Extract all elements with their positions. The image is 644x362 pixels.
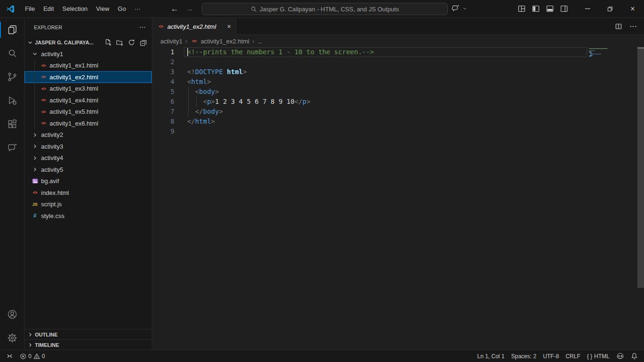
notifications-bell-icon[interactable] — [627, 350, 641, 362]
eol-sequence[interactable]: CRLF — [562, 350, 584, 362]
chevron-right-icon: › — [185, 37, 188, 45]
close-button[interactable]: × — [621, 0, 644, 17]
menu-file[interactable]: File — [21, 3, 39, 14]
cursor-position[interactable]: Ln 1, Col 1 — [474, 350, 508, 362]
refresh-icon[interactable] — [128, 39, 135, 46]
line-number: 9 — [152, 126, 174, 136]
file-activity1_ex1.html[interactable]: <>activity1_ex1.html — [25, 60, 152, 72]
menu-[interactable]: ··· — [130, 3, 145, 14]
toggle-secondary-sidebar-icon[interactable] — [560, 5, 568, 13]
copilot-status-icon[interactable] — [613, 350, 627, 362]
file-activity1_ex6.html[interactable]: <>activity1_ex6.html — [25, 118, 152, 129]
folder-activity2[interactable]: activity2 — [25, 129, 152, 141]
forward-arrow-icon[interactable]: → — [185, 4, 193, 14]
back-arrow-icon[interactable]: ← — [171, 4, 179, 14]
html-file-icon: <> — [190, 37, 198, 45]
tab-label: activity1_ex2.html — [167, 23, 216, 30]
collapse-folders-icon[interactable] — [140, 39, 147, 46]
workspace-row[interactable]: JASPER G. CALIPAYA... — [25, 37, 152, 48]
css-file-icon: # — [31, 212, 39, 219]
file-activity1_ex4.html[interactable]: <>activity1_ex4.html — [25, 94, 152, 106]
breadcrumb-file[interactable]: activity1_ex2.html — [201, 38, 249, 45]
chat-icon[interactable] — [0, 136, 25, 160]
split-editor-icon[interactable] — [615, 23, 622, 30]
problems-indicator[interactable]: 0 0 — [17, 350, 48, 362]
html-file-icon: <> — [40, 119, 47, 127]
copilot-chat-icon — [451, 4, 460, 13]
file-activity1_ex5.html[interactable]: <>activity1_ex5.html — [25, 106, 152, 118]
tree-item-label: style.css — [41, 212, 65, 219]
code-line-6[interactable]: 6 <p>1 2 3 4 5 6 7 8 9 10</p> — [152, 97, 644, 107]
account-icon[interactable] — [0, 303, 25, 326]
tree-item-label: activity2 — [41, 131, 63, 138]
code-line-5[interactable]: 5 <body> — [152, 87, 644, 97]
file-index.html[interactable]: <>index.html — [25, 187, 152, 199]
timeline-section[interactable]: TIMELINE — [25, 339, 152, 350]
toggle-primary-sidebar-icon[interactable] — [532, 5, 540, 13]
code-editor[interactable]: 1<!--prints the numbers 1 - 10 to the sc… — [152, 47, 644, 350]
line-number: 7 — [152, 107, 174, 117]
code-text: </html> — [187, 117, 215, 126]
line-number: 2 — [152, 57, 174, 67]
new-folder-icon[interactable] — [116, 39, 124, 46]
code-line-7[interactable]: 7 </body> — [152, 107, 644, 117]
indentation[interactable]: Spaces: 2 — [508, 350, 539, 362]
language-label: HTML — [594, 353, 610, 360]
menu-selection[interactable]: Selection — [58, 3, 91, 14]
file-activity1_ex2.html[interactable]: <>activity1_ex2.html — [25, 71, 152, 83]
explorer-title: EXPLORER — [34, 25, 62, 30]
file-bg.avif[interactable]: bg.avif — [25, 176, 152, 187]
tree-item-label: activity5 — [41, 166, 63, 173]
command-center-search[interactable]: Jasper G. Calipayan - HTML, CSS, and JS … — [202, 3, 448, 15]
menu-bar: FileEditSelectionViewGo··· — [21, 3, 145, 14]
explorer-more-actions-icon[interactable]: ··· — [140, 25, 146, 30]
code-line-2[interactable]: 2 — [152, 57, 644, 67]
menu-go[interactable]: Go — [114, 3, 130, 14]
minimize-button[interactable] — [576, 0, 599, 17]
menu-view[interactable]: View — [92, 3, 114, 14]
code-line-9[interactable]: 9 — [152, 126, 644, 136]
customize-layout-icon[interactable] — [518, 5, 526, 13]
breadcrumb-more[interactable]: ... — [257, 38, 263, 45]
run-debug-icon[interactable] — [0, 89, 25, 112]
source-control-icon[interactable] — [0, 65, 25, 89]
file-script.js[interactable]: JSscript.js — [25, 199, 152, 210]
extensions-icon[interactable] — [0, 112, 25, 136]
explorer-icon[interactable] — [0, 18, 25, 42]
copilot-menu-button[interactable] — [451, 4, 469, 13]
breadcrumb-folder[interactable]: activity1 — [160, 38, 182, 45]
toggle-panel-icon[interactable] — [546, 5, 554, 13]
code-line-4[interactable]: 4<html> — [152, 77, 644, 87]
tree-item-label: activity1_ex3.html — [50, 85, 98, 92]
html-file-icon: <> — [40, 73, 47, 81]
file-activity1_ex3.html[interactable]: <>activity1_ex3.html — [25, 83, 152, 95]
tab-close-icon[interactable]: × — [227, 23, 231, 30]
outline-label: OUTLINE — [35, 332, 58, 337]
search-icon[interactable] — [0, 42, 25, 65]
new-file-icon[interactable] — [104, 39, 112, 46]
remote-indicator[interactable] — [3, 350, 17, 362]
menu-edit[interactable]: Edit — [39, 3, 58, 14]
code-line-1[interactable]: 1<!--prints the numbers 1 - 10 to the sc… — [152, 47, 644, 57]
code-text: <!--prints the numbers 1 - 10 to the scr… — [187, 47, 374, 57]
tree-item-label: activity1_ex1.html — [50, 62, 98, 69]
code-line-8[interactable]: 8</html> — [152, 117, 644, 126]
outline-section[interactable]: OUTLINE — [25, 329, 152, 339]
settings-gear-icon[interactable] — [0, 326, 25, 350]
editor-more-actions-icon[interactable]: ··· — [630, 23, 637, 30]
language-mode[interactable]: { } HTML — [584, 350, 613, 362]
layout-controls — [518, 5, 568, 13]
status-left: 0 0 — [3, 350, 48, 362]
tree-item-label: activity4 — [41, 154, 63, 161]
folder-activity4[interactable]: activity4 — [25, 152, 152, 164]
encoding[interactable]: UTF-8 — [540, 350, 562, 362]
folder-activity1[interactable]: activity1 — [25, 48, 152, 60]
folder-activity5[interactable]: activity5 — [25, 164, 152, 176]
tab-activity1_ex2[interactable]: <> activity1_ex2.html × — [152, 18, 236, 35]
folder-activity3[interactable]: activity3 — [25, 141, 152, 152]
file-style.css[interactable]: #style.css — [25, 210, 152, 222]
code-text: <html> — [187, 77, 211, 87]
restore-button[interactable] — [599, 0, 621, 17]
code-line-3[interactable]: 3<!DOCTYPE html> — [152, 67, 644, 77]
html-file-icon: <> — [40, 62, 47, 69]
